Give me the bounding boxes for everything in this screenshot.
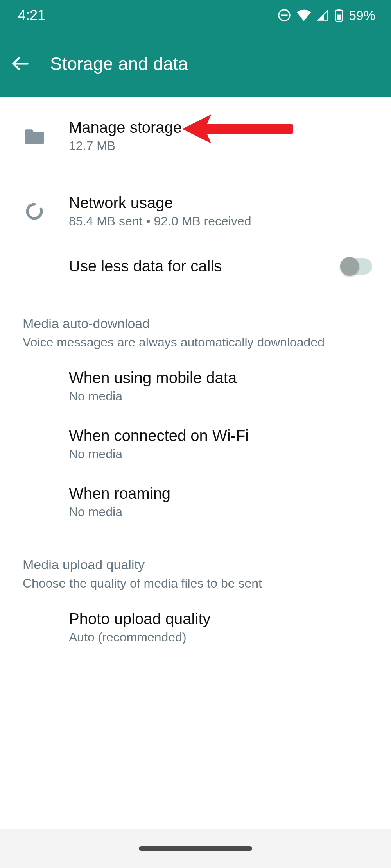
network-usage-title: Network usage bbox=[69, 194, 375, 212]
app-bar: Storage and data bbox=[0, 30, 391, 97]
mobile-data-sub: No media bbox=[69, 389, 375, 404]
use-less-data-row[interactable]: Use less data for calls bbox=[0, 244, 391, 297]
svg-rect-3 bbox=[337, 9, 340, 11]
status-icons: 59% bbox=[278, 8, 375, 23]
photo-quality-row[interactable]: Photo upload quality Auto (recommended) bbox=[0, 595, 391, 660]
photo-quality-title: Photo upload quality bbox=[69, 610, 375, 628]
manage-storage-row[interactable]: Manage storage 12.7 MB bbox=[0, 97, 391, 175]
nav-pill[interactable] bbox=[139, 846, 252, 851]
roaming-title: When roaming bbox=[69, 485, 375, 502]
photo-quality-sub: Auto (recommended) bbox=[69, 630, 375, 645]
manage-storage-title: Manage storage bbox=[69, 119, 375, 136]
battery-percentage: 59% bbox=[349, 8, 375, 23]
svg-rect-4 bbox=[337, 15, 341, 20]
toggle-knob bbox=[340, 257, 359, 276]
media-download-section-title: Media auto-download bbox=[23, 316, 375, 331]
media-download-section-desc: Voice messages are always automatically … bbox=[23, 335, 375, 350]
network-usage-row[interactable]: Network usage 85.4 MB sent • 92.0 MB rec… bbox=[0, 175, 391, 244]
wifi-sub: No media bbox=[69, 447, 375, 461]
page-title: Storage and data bbox=[50, 53, 188, 74]
mobile-data-title: When using mobile data bbox=[69, 369, 375, 387]
media-download-section-header: Media auto-download Voice messages are a… bbox=[0, 297, 391, 354]
media-upload-section-title: Media upload quality bbox=[23, 557, 375, 572]
dnd-icon bbox=[278, 9, 291, 22]
wifi-row[interactable]: When connected on Wi-Fi No media bbox=[0, 415, 391, 473]
use-less-data-title: Use less data for calls bbox=[69, 257, 326, 275]
battery-icon bbox=[335, 9, 343, 22]
use-less-data-toggle[interactable] bbox=[342, 258, 372, 275]
data-usage-icon-gap bbox=[25, 202, 44, 221]
signal-icon bbox=[317, 9, 329, 21]
media-upload-section-header: Media upload quality Choose the quality … bbox=[0, 538, 391, 595]
wifi-title: When connected on Wi-Fi bbox=[69, 427, 375, 445]
roaming-sub: No media bbox=[69, 505, 375, 519]
mobile-data-row[interactable]: When using mobile data No media bbox=[0, 354, 391, 415]
wifi-icon bbox=[296, 9, 311, 21]
folder-icon bbox=[25, 128, 44, 144]
network-usage-sub: 85.4 MB sent • 92.0 MB received bbox=[69, 214, 375, 229]
media-upload-section-desc: Choose the quality of media files to be … bbox=[23, 576, 375, 591]
roaming-row[interactable]: When roaming No media bbox=[0, 473, 391, 538]
manage-storage-sub: 12.7 MB bbox=[69, 139, 375, 153]
back-icon[interactable] bbox=[11, 54, 30, 73]
content: Manage storage 12.7 MB Network usage 85.… bbox=[0, 97, 391, 868]
status-time: 4:21 bbox=[18, 7, 45, 23]
status-bar: 4:21 59% bbox=[0, 0, 391, 30]
nav-bar bbox=[0, 829, 391, 868]
